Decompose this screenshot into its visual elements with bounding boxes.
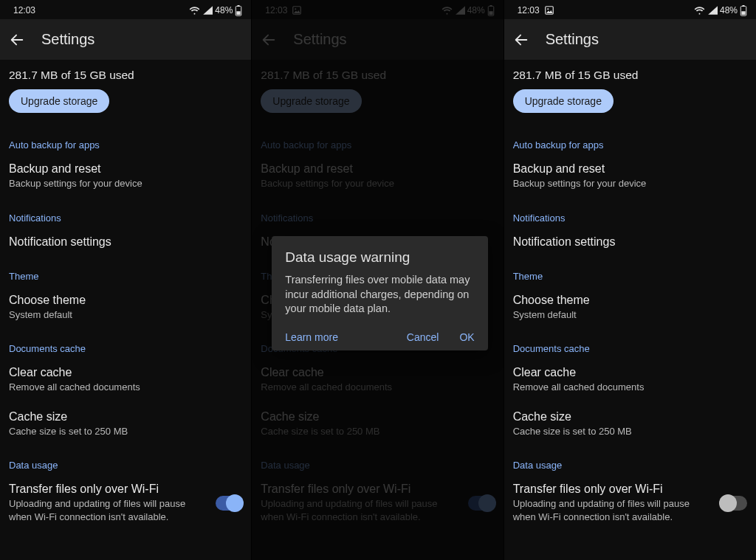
learn-more-button[interactable]: Learn more: [285, 331, 338, 343]
storage-usage-text: 281.7 MB of 15 GB used: [9, 60, 242, 89]
phone-screen: 12:0348%Settings281.7 MB of 15 GB usedUp…: [0, 0, 252, 560]
svg-rect-2: [237, 11, 241, 15]
section-auto-backup: Auto backup for apps: [513, 126, 747, 155]
battery-icon: [235, 5, 242, 16]
status-bar: 12:0348%: [0, 0, 251, 19]
battery-percent: 48%: [720, 5, 738, 15]
phone-screen: 12:0348%Settings281.7 MB of 15 GB usedUp…: [504, 0, 756, 560]
item-title: Choose theme: [513, 294, 747, 307]
dialog-body: Transferring files over mobile data may …: [285, 273, 474, 317]
item-title: Backup and reset: [513, 162, 747, 176]
item-notification-settings[interactable]: Notification settings: [9, 228, 242, 257]
section-theme: Theme: [9, 257, 242, 286]
wifi-only-toggle[interactable]: [721, 496, 747, 511]
item-title: Cache size: [9, 410, 242, 424]
back-icon[interactable]: [9, 32, 25, 48]
signal-icon: [202, 6, 213, 15]
back-icon[interactable]: [513, 32, 529, 48]
item-title: Choose theme: [9, 294, 242, 307]
item-title: Backup and reset: [9, 162, 242, 176]
settings-content: 281.7 MB of 15 GB usedUpgrade storageAut…: [504, 60, 756, 532]
image-notification-icon: [544, 5, 554, 15]
wifi-icon: [694, 6, 705, 15]
status-bar: 12:0348%: [504, 0, 756, 19]
wifi-icon: [189, 6, 200, 15]
status-time: 12:03: [518, 5, 540, 15]
app-bar: Settings: [0, 19, 251, 60]
settings-content: 281.7 MB of 15 GB usedUpgrade storageAut…: [0, 60, 251, 532]
page-title: Settings: [41, 31, 94, 48]
section-data-usage: Data usage: [513, 446, 747, 475]
item-backup-reset[interactable]: Backup and resetBackup settings for your…: [513, 155, 747, 199]
item-title: Cache size: [513, 410, 747, 424]
item-sub: Remove all cached documents: [9, 379, 242, 394]
ok-button[interactable]: OK: [459, 331, 474, 343]
app-bar: Settings: [504, 19, 756, 60]
item-sub: System default: [9, 307, 242, 322]
item-notification-settings[interactable]: Notification settings: [513, 228, 747, 257]
item-choose-theme[interactable]: Choose themeSystem default: [513, 286, 747, 331]
item-title: Clear cache: [9, 366, 242, 379]
item-sub: Uploading and updating of files will pau…: [513, 496, 712, 523]
dialog-title: Data usage warning: [285, 249, 474, 266]
item-title: Clear cache: [513, 366, 747, 379]
item-sub: Backup settings for your device: [513, 176, 747, 190]
item-clear-cache[interactable]: Clear cacheRemove all cached documents: [9, 359, 242, 403]
battery-icon: [740, 5, 747, 16]
item-sub: Remove all cached documents: [513, 379, 747, 394]
section-notifications: Notifications: [513, 199, 747, 228]
item-title: Transfer files only over Wi-Fi: [513, 483, 712, 496]
section-documents-cache: Documents cache: [9, 330, 242, 359]
status-time: 12:03: [13, 5, 35, 15]
svg-rect-12: [741, 11, 745, 15]
section-data-usage: Data usage: [9, 446, 242, 475]
svg-rect-11: [742, 5, 744, 7]
item-wifi-only[interactable]: Transfer files only over Wi-FiUploading …: [513, 475, 747, 532]
item-backup-reset[interactable]: Backup and resetBackup settings for your…: [9, 155, 242, 199]
data-usage-dialog: Data usage warningTransferring files ove…: [272, 236, 487, 350]
item-sub: Cache size is set to 250 MB: [9, 424, 242, 438]
storage-usage-text: 281.7 MB of 15 GB used: [513, 60, 747, 89]
item-sub: System default: [513, 307, 747, 322]
item-title: Notification settings: [9, 235, 242, 249]
item-choose-theme[interactable]: Choose themeSystem default: [9, 286, 242, 331]
upgrade-storage-button[interactable]: Upgrade storage: [9, 89, 109, 113]
svg-point-9: [547, 8, 549, 10]
svg-rect-1: [238, 5, 240, 7]
section-documents-cache: Documents cache: [513, 330, 747, 359]
item-cache-size[interactable]: Cache sizeCache size is set to 250 MB: [513, 403, 747, 447]
item-sub: Uploading and updating of files will pau…: [9, 496, 207, 523]
battery-percent: 48%: [215, 5, 233, 15]
upgrade-storage-button[interactable]: Upgrade storage: [513, 89, 614, 113]
section-auto-backup: Auto backup for apps: [9, 126, 242, 155]
cancel-button[interactable]: Cancel: [407, 331, 439, 343]
phone-screen: 12:0348%Settings281.7 MB of 15 GB usedUp…: [252, 0, 504, 560]
section-theme: Theme: [513, 257, 747, 286]
page-title: Settings: [546, 31, 599, 48]
item-cache-size[interactable]: Cache sizeCache size is set to 250 MB: [9, 403, 242, 447]
item-sub: Backup settings for your device: [9, 176, 242, 190]
item-wifi-only[interactable]: Transfer files only over Wi-FiUploading …: [9, 475, 242, 532]
item-clear-cache[interactable]: Clear cacheRemove all cached documents: [513, 359, 747, 403]
item-title: Transfer files only over Wi-Fi: [9, 483, 207, 496]
signal-icon: [707, 6, 718, 15]
wifi-only-toggle[interactable]: [216, 496, 242, 511]
item-sub: Cache size is set to 250 MB: [513, 424, 747, 438]
section-notifications: Notifications: [9, 199, 242, 228]
item-title: Notification settings: [513, 235, 747, 249]
